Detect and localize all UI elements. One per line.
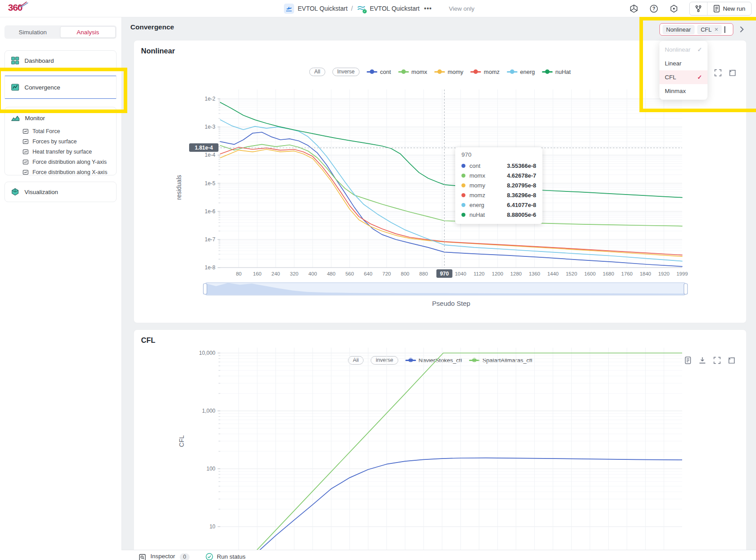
cfl-chart-card: CFL AllInverseNavierStokes_cflSpalartAll… [133, 329, 747, 560]
menu-item-nonlinear[interactable]: Nonlinear✓ [659, 43, 707, 57]
chart-type-menu: Nonlinear✓LinearCFL✓Minmax [659, 41, 707, 100]
tab-simulation[interactable]: Simulation [5, 26, 60, 38]
slider-handle-right[interactable] [684, 284, 687, 294]
model-cube-icon[interactable] [629, 4, 639, 13]
sidebar-item-label: Dashboard [24, 57, 54, 64]
visualization-icon [11, 188, 19, 196]
svg-text:1e-2: 1e-2 [205, 96, 215, 102]
sidebar-item-label: Forces by surface [32, 138, 77, 145]
sidebar-item-convergence[interactable]: Convergence [5, 76, 116, 98]
sidebar-item-label: Total Force [32, 128, 60, 134]
collapse-panel-chevron-icon[interactable] [739, 25, 745, 33]
series-dot-icon [461, 193, 465, 197]
slider-handle-left[interactable] [203, 284, 207, 294]
chart-type-tags: NonlinearCFL✕ [663, 25, 722, 34]
sidebar-item-visualization[interactable]: Visualization [5, 182, 116, 202]
svg-text:1e-4: 1e-4 [205, 152, 215, 158]
project-plane-icon[interactable] [284, 4, 294, 14]
chart-type-tag[interactable]: CFL✕ [697, 25, 722, 34]
breadcrumb-project[interactable]: EVTOL Quickstart [298, 5, 348, 12]
chart-type-select[interactable]: NonlinearCFL✕ [659, 23, 733, 36]
run-status[interactable]: Run status [206, 553, 246, 560]
dashboard-icon [11, 57, 19, 65]
svg-text:residuals: residuals [175, 175, 182, 200]
menu-item-label: CFL [665, 74, 676, 81]
sidebar-item-label: Force distribution along X-axis [32, 169, 107, 175]
svg-text:1e-8: 1e-8 [205, 264, 215, 271]
svg-text:Pseudo Step: Pseudo Step [432, 300, 470, 307]
svg-text:1920: 1920 [658, 271, 670, 276]
sidebar-item-monitor[interactable]: Monitor [5, 107, 116, 126]
view-only-label: View only [449, 5, 475, 12]
remove-tag-icon[interactable]: ✕ [714, 27, 718, 32]
sidebar-card-visualization: Visualization [4, 182, 117, 202]
menu-item-linear[interactable]: Linear [659, 57, 707, 70]
menu-item-cfl[interactable]: CFL✓ [659, 70, 707, 84]
x-range-slider[interactable] [203, 283, 687, 295]
inspector-label[interactable]: Inspector [150, 553, 175, 560]
sidebar-item-monitor-sub[interactable]: Force distribution along Y-axis [5, 157, 116, 167]
svg-text:1360: 1360 [529, 271, 540, 276]
svg-text:1e-3: 1e-3 [205, 124, 215, 130]
app-logo[interactable]: 360 [8, 2, 22, 13]
run-status-check-icon [206, 553, 213, 560]
new-run-button[interactable]: New run [707, 5, 751, 12]
new-run-label: New run [723, 5, 745, 12]
nonlinear-chart-card: Nonlinear AllInversecontmomxmomymomzener… [133, 40, 747, 323]
tooltip-series-value: 8.88005e-6 [507, 211, 536, 218]
sidebar-item-monitor-sub[interactable]: Heat transfer by surface [5, 146, 116, 157]
svg-text:480: 480 [327, 271, 336, 276]
mini-chart-icon [23, 149, 28, 154]
svg-text:CFL: CFL [178, 435, 185, 447]
sidebar-item-monitor-sub[interactable]: Force distribution along X-axis [5, 167, 116, 177]
fork-icon [695, 5, 702, 12]
sidebar-item-label: Convergence [24, 84, 60, 91]
tab-analysis[interactable]: Analysis [60, 26, 116, 38]
monitor-icon [11, 115, 20, 122]
svg-text:1,000: 1,000 [202, 408, 215, 414]
svg-text:240: 240 [271, 271, 280, 276]
sidebar-item-monitor-sub[interactable]: Forces by surface [5, 136, 116, 146]
svg-text:1600: 1600 [584, 271, 596, 276]
sidebar-item-label: Visualization [24, 189, 58, 195]
breadcrumb-more-icon[interactable]: ••• [424, 5, 432, 12]
tooltip-series-name: momz [469, 192, 485, 199]
inspector-count-badge: 0 [180, 553, 190, 560]
nonlinear-chart[interactable]: 1e-21e-31e-41e-51e-61e-71e-8801602403204… [134, 41, 746, 323]
menu-item-minmax[interactable]: Minmax [659, 84, 707, 98]
tooltip-series-value: 6.41077e-8 [507, 202, 536, 208]
series-dot-icon [461, 213, 465, 217]
svg-text:1280: 1280 [510, 271, 522, 276]
tag-label: Nonlinear [666, 26, 691, 33]
svg-text:1520: 1520 [566, 271, 577, 276]
svg-text:1e-6: 1e-6 [205, 208, 215, 215]
mini-chart-icon [23, 170, 28, 175]
top-bar: 360 EVTOL Quickstart / ✓ EVTOL Quickstar… [0, 0, 756, 17]
svg-text:100: 100 [206, 466, 215, 472]
fork-run-button[interactable] [690, 2, 707, 15]
run-status-label: Run status [217, 553, 246, 560]
check-icon: ✓ [697, 74, 702, 81]
svg-text:10,000: 10,000 [199, 350, 215, 356]
run-waves-icon[interactable]: ✓ [356, 4, 366, 13]
sidebar-mode-tabs: Simulation Analysis [4, 25, 117, 39]
tooltip-series-value: 4.62678e-7 [507, 172, 536, 179]
logo-swoosh-icon [19, 1, 28, 8]
svg-text:160: 160 [253, 271, 261, 276]
svg-text:320: 320 [290, 271, 299, 276]
inspector-icon [139, 554, 146, 560]
breadcrumb-run[interactable]: EVTOL Quickstart [370, 5, 420, 12]
sidebar-item-dashboard[interactable]: Dashboard [5, 51, 116, 70]
sidebar-item-monitor-sub[interactable]: Total Force [5, 126, 116, 136]
tooltip-series-name: energ [469, 202, 484, 208]
cfl-chart[interactable]: 10,0001,00010010CFL [134, 330, 746, 560]
settings-icon[interactable] [669, 4, 679, 13]
status-bar: Inspector 0 Run status [121, 550, 756, 560]
chart-type-tag[interactable]: Nonlinear [663, 25, 695, 34]
tooltip-series-name: momy [469, 182, 485, 189]
svg-text:880: 880 [419, 271, 428, 276]
svg-text:1999: 1999 [676, 271, 688, 276]
run-success-badge-icon: ✓ [362, 9, 367, 14]
help-icon[interactable]: ? [649, 4, 659, 13]
sidebar-card-dashboard: Dashboard [4, 50, 117, 71]
